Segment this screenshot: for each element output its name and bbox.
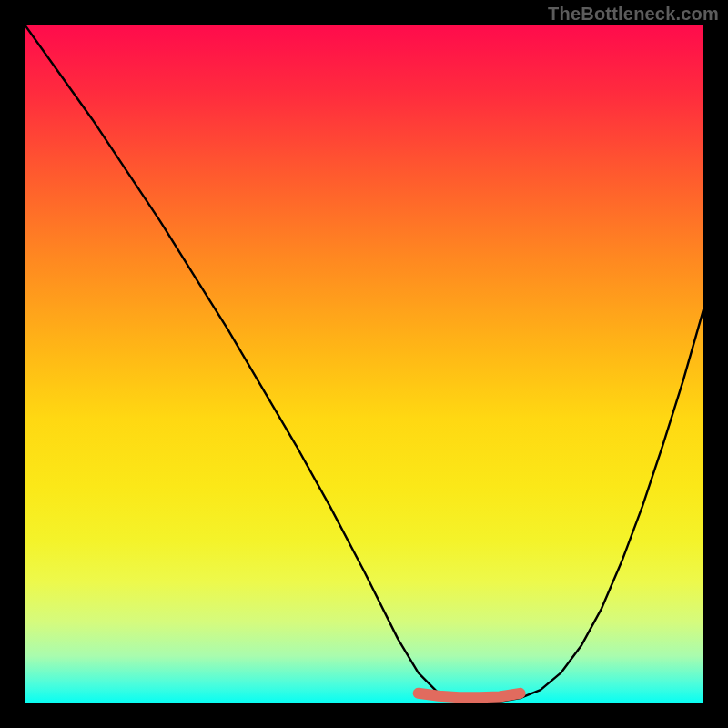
line-series-1 bbox=[25, 25, 703, 703]
chart-area bbox=[25, 25, 703, 703]
curve-layer bbox=[25, 25, 703, 703]
watermark-text: TheBottleneck.com bbox=[548, 4, 719, 25]
line-accent-segment bbox=[419, 693, 521, 697]
